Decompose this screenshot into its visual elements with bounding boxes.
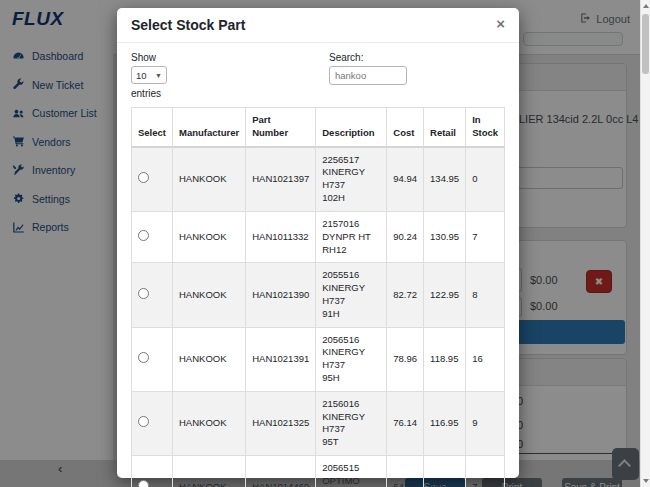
table-row: HANKOOKHAN10113322157016 DYNPR HT RH1290… <box>132 211 505 262</box>
in-stock-cell: 9 <box>466 391 505 455</box>
retail-cell: 118.95 <box>424 327 466 391</box>
manufacturer-cell: HANKOOK <box>173 263 246 327</box>
cost-cell: 94.94 <box>387 147 424 212</box>
table-row: HANKOOKHAN10213912056516 KINERGY H737 95… <box>132 327 505 391</box>
column-header: Part Number <box>246 108 316 147</box>
part-number-cell: HAN1021390 <box>246 263 316 327</box>
search-input[interactable] <box>329 66 407 85</box>
retail-cell: 116.95 <box>424 391 466 455</box>
retail-cell: 122.95 <box>424 263 466 327</box>
search-label: Search: <box>329 52 407 63</box>
table-row: HANKOOKHAN10213972256517 KINERGY H737 10… <box>132 147 505 212</box>
cost-cell: 64.86 <box>387 456 424 487</box>
close-icon[interactable]: × <box>496 17 505 31</box>
cost-cell: 78.96 <box>387 327 424 391</box>
column-header: Manufacturer <box>173 108 246 147</box>
browser-scrollbar[interactable] <box>640 0 650 487</box>
select-cell <box>132 391 173 455</box>
table-header-row: SelectManufacturerPart NumberDescription… <box>132 108 505 147</box>
search-control: Search: <box>329 52 407 99</box>
column-header: Description <box>316 108 387 147</box>
in-stock-cell: 16 <box>466 327 505 391</box>
cost-cell: 82.72 <box>387 263 424 327</box>
manufacturer-cell: HANKOOK <box>173 327 246 391</box>
select-part-radio[interactable] <box>138 230 149 241</box>
retail-cell: 130.95 <box>424 211 466 262</box>
column-header: Cost <box>387 108 424 147</box>
select-part-radio[interactable] <box>138 172 149 183</box>
cost-cell: 76.14 <box>387 391 424 455</box>
description-cell: 2056516 KINERGY H737 95H <box>316 327 387 391</box>
select-part-radio[interactable] <box>138 480 149 487</box>
manufacturer-cell: HANKOOK <box>173 456 246 487</box>
select-cell <box>132 263 173 327</box>
in-stock-cell: 7 <box>466 211 505 262</box>
table-row: HANKOOKHAN10213902055516 KINERGY H737 91… <box>132 263 505 327</box>
select-cell <box>132 327 173 391</box>
description-cell: 2256517 KINERGY H737 102H <box>316 147 387 212</box>
part-number-cell: HAN1011332 <box>246 211 316 262</box>
page-length-value: 10 <box>136 70 147 81</box>
modal-header: Select Stock Part × <box>117 8 519 43</box>
retail-cell: 105 <box>424 456 466 487</box>
page-length-control: Show 10 ▼ entries <box>131 52 167 99</box>
stock-parts-table: SelectManufacturerPart NumberDescription… <box>131 107 505 487</box>
part-number-cell: HAN1014469 <box>246 456 316 487</box>
modal-body: Show 10 ▼ entries Search: SelectManufact… <box>117 43 519 487</box>
table-row: HANKOOKHAN10213252156016 KINERGY H737 95… <box>132 391 505 455</box>
select-stock-part-modal: Select Stock Part × Show 10 ▼ entries Se… <box>117 8 519 478</box>
part-number-cell: HAN1021391 <box>246 327 316 391</box>
select-part-radio[interactable] <box>138 416 149 427</box>
select-part-radio[interactable] <box>138 352 149 363</box>
scrollbar-up-arrow[interactable] <box>643 4 649 8</box>
show-label: Show <box>131 52 167 63</box>
select-part-radio[interactable] <box>138 288 149 299</box>
entries-label: entries <box>131 88 167 99</box>
page-length-select[interactable]: 10 ▼ <box>131 66 167 84</box>
scrollbar-thumb[interactable] <box>642 14 649 74</box>
part-number-cell: HAN1021397 <box>246 147 316 212</box>
in-stock-cell: 8 <box>466 263 505 327</box>
scrollbar-down-arrow[interactable] <box>643 479 649 483</box>
in-stock-cell: 0 <box>466 147 505 212</box>
description-cell: 2055516 KINERGY H737 91H <box>316 263 387 327</box>
retail-cell: 134.95 <box>424 147 466 212</box>
description-cell: 2056515 OPTIMO H725 92H <box>316 456 387 487</box>
cost-cell: 90.24 <box>387 211 424 262</box>
select-cell <box>132 456 173 487</box>
part-number-cell: HAN1021325 <box>246 391 316 455</box>
column-header: Select <box>132 108 173 147</box>
description-cell: 2156016 KINERGY H737 95T <box>316 391 387 455</box>
manufacturer-cell: HANKOOK <box>173 211 246 262</box>
modal-title: Select Stock Part <box>131 17 245 33</box>
in-stock-cell: 7 <box>466 456 505 487</box>
select-cell <box>132 211 173 262</box>
column-header: In Stock <box>466 108 505 147</box>
select-cell <box>132 147 173 212</box>
table-controls: Show 10 ▼ entries Search: <box>131 52 505 99</box>
manufacturer-cell: HANKOOK <box>173 391 246 455</box>
column-header: Retail <box>424 108 466 147</box>
table-row: HANKOOKHAN10144692056515 OPTIMO H725 92H… <box>132 456 505 487</box>
description-cell: 2157016 DYNPR HT RH12 <box>316 211 387 262</box>
manufacturer-cell: HANKOOK <box>173 147 246 212</box>
caret-down-icon: ▼ <box>155 72 162 79</box>
